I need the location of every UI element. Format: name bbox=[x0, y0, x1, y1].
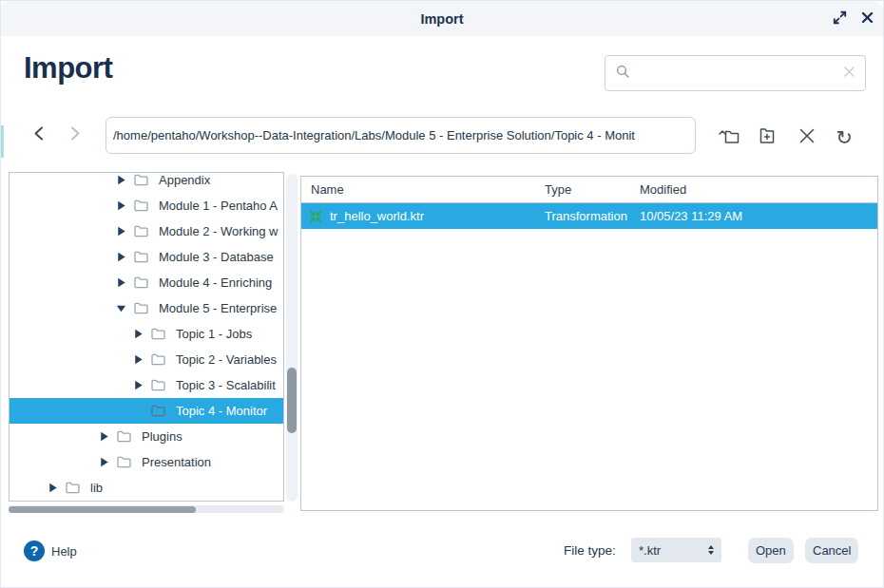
tree-item-label: Module 2 - Working w bbox=[159, 224, 278, 238]
folder-icon bbox=[134, 174, 149, 187]
folder-icon bbox=[134, 251, 149, 264]
chevron-left-icon bbox=[31, 125, 48, 144]
search-clear-icon[interactable] bbox=[843, 65, 855, 82]
chevron-right-icon bbox=[67, 125, 83, 144]
help-icon: ? bbox=[24, 541, 45, 561]
search-icon bbox=[615, 64, 630, 83]
new-folder-button[interactable] bbox=[755, 124, 779, 149]
expand-arrow-icon[interactable] bbox=[97, 456, 110, 469]
tree-item[interactable]: Module 5 - Enterprise bbox=[10, 295, 283, 321]
tree-item-label: Presentation bbox=[142, 455, 211, 469]
transformation-icon bbox=[309, 210, 322, 223]
file-type: Transformation bbox=[545, 209, 640, 223]
close-button[interactable] bbox=[857, 9, 876, 28]
tree-item-label: Topic 2 - Variables bbox=[176, 352, 277, 367]
tree-horizontal-scrollbar-thumb[interactable] bbox=[9, 506, 196, 513]
tree-vertical-scrollbar[interactable] bbox=[286, 174, 298, 502]
tree-item-label: Module 4 - Enriching bbox=[159, 275, 272, 290]
window-title: Import bbox=[420, 11, 463, 27]
tree-item-label: Module 1 - Pentaho A bbox=[159, 199, 278, 213]
spinner-arrows-icon bbox=[708, 545, 714, 555]
tree-vertical-scrollbar-thumb[interactable] bbox=[287, 368, 297, 433]
tree-item-label: Appendix bbox=[159, 173, 210, 187]
folder-icon bbox=[134, 302, 149, 315]
cancel-button[interactable]: Cancel bbox=[805, 538, 858, 563]
tree-item[interactable]: Presentation bbox=[10, 449, 283, 475]
path-input[interactable] bbox=[106, 117, 696, 154]
tree-item-label: Topic 1 - Jobs bbox=[176, 327, 252, 341]
column-header-name[interactable]: Name bbox=[301, 182, 545, 197]
folder-icon bbox=[117, 456, 132, 469]
folder-icon bbox=[66, 482, 81, 495]
file-type-select[interactable]: *.ktr bbox=[631, 538, 721, 562]
tree-item-label: Topic 4 - Monitor bbox=[176, 404, 267, 418]
tree-item[interactable]: lib bbox=[10, 475, 283, 501]
open-button[interactable]: Open bbox=[748, 538, 794, 563]
column-header-modified[interactable]: Modified bbox=[640, 182, 877, 197]
folder-icon bbox=[151, 328, 166, 341]
expand-arrow-icon[interactable] bbox=[114, 276, 127, 290]
tree-item-label: Module 3 - Database bbox=[159, 250, 274, 264]
expand-arrow-icon[interactable] bbox=[97, 430, 110, 444]
tree-item[interactable]: Module 3 - Database bbox=[10, 244, 283, 270]
tree-item[interactable]: Module 2 - Working w bbox=[10, 218, 283, 244]
expand-arrow-icon[interactable] bbox=[114, 174, 127, 187]
folder-icon bbox=[151, 353, 166, 367]
file-list: Name Type Modified tr_hello_world.ktrTra… bbox=[300, 176, 878, 511]
folder-icon bbox=[151, 379, 166, 392]
back-button[interactable] bbox=[29, 124, 49, 145]
tree-item[interactable]: Appendix bbox=[10, 172, 283, 193]
folder-icon bbox=[151, 405, 166, 418]
toggle-placeholder bbox=[131, 405, 144, 418]
folder-icon bbox=[134, 276, 149, 290]
tree-item[interactable]: Plugins bbox=[10, 424, 283, 449]
expand-arrow-icon[interactable] bbox=[114, 199, 127, 213]
tree-item-label: lib bbox=[90, 481, 103, 495]
folder-icon bbox=[134, 225, 149, 238]
tree-item[interactable]: Topic 4 - Monitor bbox=[10, 398, 283, 424]
file-type-value: *.ktr bbox=[639, 543, 661, 558]
file-type-label: File type: bbox=[564, 543, 616, 558]
tree-item-label: Topic 3 - Scalabilit bbox=[176, 378, 276, 392]
search-box[interactable] bbox=[605, 55, 866, 91]
file-modified: 10/05/23 11:29 AM bbox=[640, 209, 877, 223]
delete-button[interactable] bbox=[795, 124, 819, 149]
expand-arrow-icon[interactable] bbox=[46, 482, 59, 495]
tree-item[interactable]: Module 4 - Enriching bbox=[10, 270, 283, 295]
collapse-arrow-icon[interactable] bbox=[114, 302, 127, 315]
search-input[interactable] bbox=[636, 66, 837, 81]
expand-icon bbox=[833, 10, 847, 28]
tree-item[interactable]: Topic 2 - Variables bbox=[10, 347, 283, 372]
page-title: Import bbox=[24, 51, 112, 85]
expand-arrow-icon[interactable] bbox=[114, 225, 127, 238]
close-icon bbox=[861, 11, 874, 27]
tree-horizontal-scrollbar[interactable] bbox=[9, 505, 284, 513]
folder-up-button[interactable] bbox=[717, 124, 741, 149]
help-button[interactable]: ? Help bbox=[24, 541, 77, 561]
tree-item[interactable]: Topic 1 - Jobs bbox=[10, 321, 283, 347]
refresh-button[interactable]: ↻ bbox=[832, 124, 856, 149]
forward-button[interactable] bbox=[64, 124, 85, 145]
folder-icon bbox=[117, 430, 132, 444]
title-bar: Import bbox=[1, 1, 883, 36]
expand-arrow-icon[interactable] bbox=[131, 328, 144, 341]
tree-item-label: Module 5 - Enterprise bbox=[159, 301, 277, 315]
file-row[interactable]: tr_hello_world.ktrTransformation10/05/23… bbox=[301, 203, 877, 229]
expand-arrow-icon[interactable] bbox=[114, 251, 127, 264]
folder-up-icon bbox=[718, 126, 740, 148]
tree-item[interactable]: Topic 3 - Scalabilit bbox=[10, 372, 283, 398]
expand-arrow-icon[interactable] bbox=[131, 353, 144, 367]
file-name: tr_hello_world.ktr bbox=[330, 209, 424, 223]
refresh-icon: ↻ bbox=[836, 127, 853, 147]
tree-item[interactable]: Module 1 - Pentaho A bbox=[10, 193, 283, 218]
tree-item-label: Plugins bbox=[142, 429, 183, 444]
maximize-button[interactable] bbox=[830, 9, 849, 28]
folder-icon bbox=[134, 199, 149, 213]
file-list-header: Name Type Modified bbox=[301, 177, 877, 203]
new-folder-icon bbox=[758, 126, 777, 148]
help-label: Help bbox=[51, 544, 77, 559]
column-header-type[interactable]: Type bbox=[545, 182, 640, 197]
window-edge-fragment bbox=[1, 125, 4, 158]
folder-tree: AppendixModule 1 - Pentaho AModule 2 - W… bbox=[9, 172, 284, 502]
expand-arrow-icon[interactable] bbox=[131, 379, 144, 392]
